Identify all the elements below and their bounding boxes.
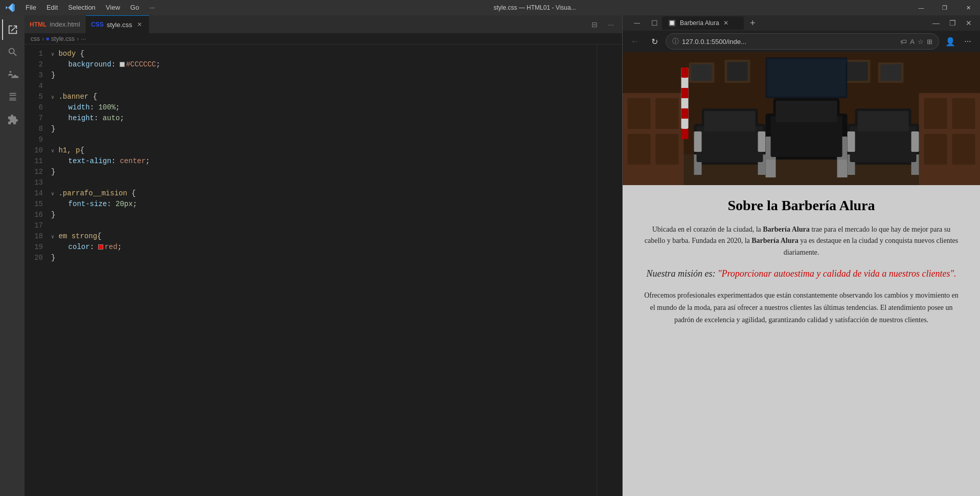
title-bar-left: File Edit Selection View Go ··· <box>0 0 160 15</box>
tabs-bar: HTML index.html CSS style.css ✕ ⊟ ··· <box>25 15 622 33</box>
minimap <box>597 44 622 496</box>
menu-more[interactable]: ··· <box>144 0 160 15</box>
mission-text-red: "Proporcionar autoestima y calidad de vi… <box>718 268 956 279</box>
editor-area: HTML index.html CSS style.css ✕ ⊟ ··· cs… <box>25 15 622 496</box>
browser-favicon: 🔲 <box>668 19 676 27</box>
tabs-actions: ⊟ ··· <box>587 17 622 32</box>
settings-icon[interactable]: ··· <box>960 33 976 50</box>
code-line-6: width: 100%; <box>51 102 597 113</box>
breadcrumb-sep2: › <box>77 35 79 42</box>
browser-tab[interactable]: 🔲 Barbería Alura ✕ <box>662 16 744 30</box>
css-icon: CSS <box>91 21 104 28</box>
breadcrumb-file: style.css <box>51 35 75 42</box>
browser-extra-icons: 👤 ··· <box>942 33 976 50</box>
menu-file[interactable]: File <box>20 0 41 15</box>
breadcrumb-more: ··· <box>81 35 86 42</box>
code-line-20: } <box>51 253 597 263</box>
code-line-5: ∨ .banner { <box>51 92 597 102</box>
browser-content: Sobre la Barbería Alura Ubicada en el co… <box>623 52 980 496</box>
html-icon: HTML <box>30 21 47 28</box>
code-line-1: ∨ body { <box>51 49 597 59</box>
code-line-17 <box>51 220 597 231</box>
tab-style-css[interactable]: CSS style.css ✕ <box>86 15 149 33</box>
address-bar-row: ← ↻ ⓘ 127.0.0.1:5500/inde... 🏷 A ☆ ⊞ 👤 ·… <box>623 31 980 52</box>
mission-label: Nuestra misión es: <box>646 268 718 279</box>
bookmark-tag-icon[interactable]: 🏷 <box>900 38 907 46</box>
browser-tab-title: Barbería Alura <box>680 19 719 27</box>
breadcrumb-css: css <box>31 35 40 42</box>
tab-close-css[interactable]: ✕ <box>135 20 144 29</box>
code-editor[interactable]: 1 2 3 4 5 6 7 8 9 10 11 12 13 14 15 16 1… <box>25 44 622 496</box>
menu-edit[interactable]: Edit <box>41 0 63 15</box>
address-field[interactable]: ⓘ 127.0.0.1:5500/inde... 🏷 A ☆ ⊞ <box>666 33 939 50</box>
code-line-14: ∨ .parrafo__mision { <box>51 188 597 199</box>
refresh-button[interactable]: ↻ <box>646 33 663 50</box>
code-line-2: background: #CCCCCC; <box>51 59 597 70</box>
tab-index-html[interactable]: HTML index.html <box>25 15 86 33</box>
breadcrumb: css › ■ style.css › ··· <box>25 33 622 44</box>
browser-window-controls: — ❐ ✕ <box>929 16 976 30</box>
breadcrumb-css-icon: ■ <box>46 36 49 41</box>
code-line-12: } <box>51 167 597 177</box>
page-heading: Sobre la Barbería Alura <box>643 197 960 214</box>
activity-source-control-icon[interactable] <box>2 64 22 85</box>
more-tabs-icon[interactable]: ··· <box>604 17 618 32</box>
code-line-15: font-size: 20px; <box>51 199 597 210</box>
back-button[interactable]: ← <box>627 33 643 50</box>
svg-rect-52 <box>623 52 980 185</box>
new-tab-button[interactable]: + <box>750 18 756 29</box>
tab-css-label: style.css <box>107 21 132 29</box>
browser-minimize-btn[interactable]: — <box>627 17 647 29</box>
code-line-4 <box>51 81 597 92</box>
font-size-icon[interactable]: A <box>910 38 915 46</box>
user-icon[interactable]: 👤 <box>942 33 959 50</box>
barber-services: Ofrecemos profesionales experimentados q… <box>643 289 960 326</box>
code-line-13 <box>51 177 597 188</box>
address-icons: 🏷 A ☆ ⊞ <box>900 38 932 46</box>
code-line-3: } <box>51 70 597 81</box>
code-line-19: color: red; <box>51 242 597 253</box>
maximize-button[interactable]: ❐ <box>933 0 956 15</box>
activity-search-icon[interactable] <box>2 42 22 62</box>
menu-go[interactable]: Go <box>125 0 144 15</box>
main-container: HTML index.html CSS style.css ✕ ⊟ ··· cs… <box>0 15 980 496</box>
browser-min-btn[interactable]: — <box>929 16 943 30</box>
activity-bar <box>0 15 25 496</box>
address-text: 127.0.0.1:5500/inde... <box>682 38 746 46</box>
barber-hero-image <box>623 52 980 185</box>
info-icon: ⓘ <box>672 37 679 46</box>
collections-icon[interactable]: ⊞ <box>927 38 932 46</box>
menu-selection[interactable]: Selection <box>63 0 100 15</box>
split-editor-icon[interactable]: ⊟ <box>587 17 602 32</box>
browser-max-btn[interactable]: ❐ <box>945 16 960 30</box>
code-line-18: ∨ em strong{ <box>51 231 597 242</box>
activity-extensions-icon[interactable] <box>2 109 22 130</box>
code-line-16: } <box>51 210 597 220</box>
vscode-logo-icon[interactable] <box>0 0 20 15</box>
code-line-9 <box>51 134 597 145</box>
code-line-7: height: auto; <box>51 113 597 124</box>
menu-bar: File Edit Selection View Go ··· <box>20 0 160 15</box>
code-line-11: text-align: center; <box>51 156 597 167</box>
barber-description: Ubicada en el corazón de la ciudad, la B… <box>643 224 960 258</box>
window-title: style.css — HTML01 - Visua... <box>160 4 909 11</box>
code-line-10: ∨ h1, p{ <box>51 145 597 156</box>
browser-page-icon: ☐ <box>651 19 658 27</box>
tab-html-label: index.html <box>50 20 80 28</box>
window-controls: — ❐ ✕ <box>909 0 980 15</box>
close-button[interactable]: ✕ <box>956 0 980 15</box>
barber-mission: Nuestra misión es: "Proporcionar autoest… <box>643 268 960 279</box>
star-icon[interactable]: ☆ <box>918 38 924 46</box>
breadcrumb-sep1: › <box>42 35 44 42</box>
browser-close-btn[interactable]: ✕ <box>962 16 976 30</box>
browser-tab-close[interactable]: ✕ <box>723 19 728 27</box>
title-bar: File Edit Selection View Go ··· style.cs… <box>0 0 980 15</box>
code-content: ∨ body { background: #CCCCCC; } ∨ .banne… <box>47 44 597 496</box>
line-numbers: 1 2 3 4 5 6 7 8 9 10 11 12 13 14 15 16 1… <box>25 44 47 496</box>
menu-view[interactable]: View <box>101 0 125 15</box>
minimize-button[interactable]: — <box>909 0 933 15</box>
activity-explorer-icon[interactable] <box>2 19 22 40</box>
browser-title-bar: — ☐ 🔲 Barbería Alura ✕ + — ❐ ✕ <box>623 15 980 31</box>
barber-page-content: Sobre la Barbería Alura Ubicada en el co… <box>623 185 980 339</box>
activity-debug-icon[interactable] <box>2 87 22 107</box>
